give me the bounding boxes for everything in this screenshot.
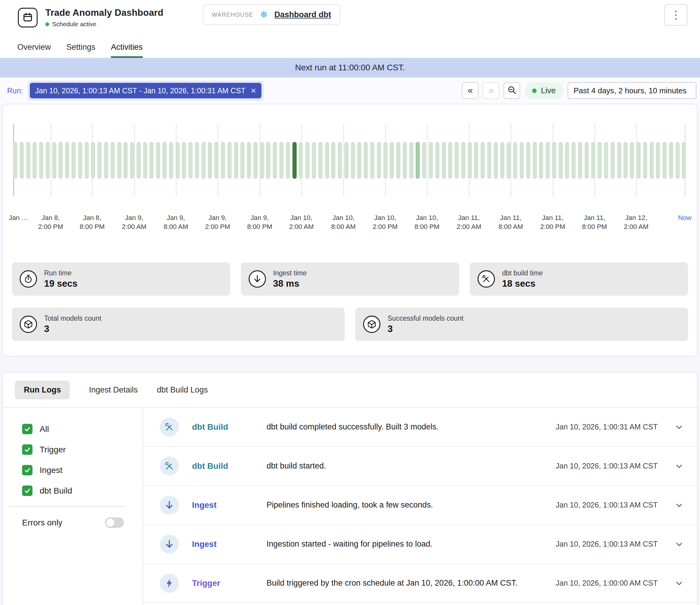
timeline-run-bar[interactable] bbox=[448, 142, 452, 179]
timeline-run-bar[interactable] bbox=[630, 142, 634, 179]
timeline-run-bar[interactable] bbox=[474, 142, 478, 179]
timeline-run-bar[interactable] bbox=[325, 142, 329, 179]
timeline-run-bar[interactable] bbox=[539, 142, 543, 179]
timeline-run-bar[interactable] bbox=[169, 142, 173, 179]
warehouse-link[interactable]: Dashboard dbt bbox=[274, 10, 331, 19]
timeline-run-bar[interactable] bbox=[383, 142, 388, 179]
timeline-run-bar[interactable] bbox=[221, 142, 225, 179]
timeline-run-bar[interactable] bbox=[416, 142, 420, 179]
timeline-run-bar[interactable] bbox=[390, 142, 394, 179]
timeline-run-bar[interactable] bbox=[403, 142, 407, 179]
checkbox-checked-icon[interactable] bbox=[22, 465, 32, 475]
timeline-run-bar[interactable] bbox=[117, 142, 121, 179]
timeline-run-bar[interactable] bbox=[143, 142, 147, 179]
timeline-run-bar[interactable] bbox=[682, 142, 686, 179]
timeline-run-bar[interactable] bbox=[58, 142, 62, 179]
timeline-run-bar[interactable] bbox=[227, 142, 232, 179]
timeline-run-bar[interactable] bbox=[636, 142, 641, 179]
timeline-run-bar[interactable] bbox=[26, 142, 30, 179]
timeline-run-bar[interactable] bbox=[662, 142, 667, 179]
timeline-run-bar[interactable] bbox=[189, 142, 193, 179]
log-row[interactable]: TriggerBuild triggered by the cron sched… bbox=[143, 564, 697, 603]
timeline-run-bar[interactable] bbox=[253, 142, 257, 179]
timeline-run-bar[interactable] bbox=[559, 142, 563, 179]
timeline-run-bar[interactable] bbox=[260, 142, 264, 179]
filter-ingest[interactable]: Ingest bbox=[22, 465, 143, 475]
close-icon[interactable]: × bbox=[251, 86, 256, 95]
log-type-link[interactable]: Ingest bbox=[192, 539, 267, 549]
timeline-run-bar[interactable] bbox=[299, 142, 303, 179]
timeline-run-bar[interactable] bbox=[32, 142, 37, 179]
timeline-run-bar[interactable] bbox=[604, 142, 608, 179]
timeline-run-bar[interactable] bbox=[351, 142, 355, 179]
timeline-run-bar[interactable] bbox=[338, 142, 342, 179]
log-type-link[interactable]: Ingest bbox=[192, 500, 267, 510]
timeline-run-bar[interactable] bbox=[578, 142, 582, 179]
timeline-run-bar[interactable] bbox=[247, 142, 251, 179]
timeline-run-bar[interactable] bbox=[240, 142, 245, 179]
log-row[interactable]: dbt Builddbt build completed successfull… bbox=[143, 408, 697, 447]
timeline-run-bar[interactable] bbox=[656, 142, 660, 179]
log-row[interactable]: dbt Builddbt build started.Jan 10, 2026,… bbox=[143, 447, 697, 486]
chevron-down-icon[interactable] bbox=[674, 500, 684, 510]
timeline-run-bar[interactable] bbox=[202, 142, 206, 179]
timeline-run-bar[interactable] bbox=[676, 142, 680, 179]
warehouse-pill[interactable]: WAREHOUSE ❄ Dashboard dbt bbox=[203, 4, 340, 25]
timeline-run-bar[interactable] bbox=[136, 142, 141, 179]
timeline-run-bar[interactable] bbox=[396, 142, 400, 179]
timeline-run-bar[interactable] bbox=[409, 142, 414, 179]
timeline-run-bar[interactable] bbox=[279, 142, 283, 179]
timeline-run-bar[interactable] bbox=[461, 142, 466, 179]
tab-dbt-build-logs[interactable]: dbt Build Logs bbox=[157, 385, 208, 395]
timeline-run-bar[interactable] bbox=[591, 142, 595, 179]
timeline-run-bar[interactable] bbox=[422, 142, 426, 179]
time-range-input[interactable]: Past 4 days, 2 hours, 10 minutes bbox=[568, 82, 696, 99]
timeline-run-bar[interactable] bbox=[176, 142, 180, 179]
timeline-run-bar[interactable] bbox=[65, 142, 69, 179]
log-row[interactable]: IngestPipelines finished loading, took a… bbox=[143, 486, 697, 525]
timeline-run-bar[interactable] bbox=[195, 142, 199, 179]
timeline-run-bar[interactable] bbox=[214, 142, 219, 179]
timeline-run-bar[interactable] bbox=[98, 142, 102, 179]
previous-run-button[interactable]: « bbox=[462, 82, 478, 99]
timeline-run-bar[interactable] bbox=[669, 142, 673, 179]
timeline-run-bar[interactable] bbox=[273, 142, 277, 179]
tab-overview[interactable]: Overview bbox=[17, 43, 51, 58]
timeline-run-bar[interactable] bbox=[481, 142, 485, 179]
filter-trigger[interactable]: Trigger bbox=[22, 444, 143, 455]
timeline-run-bar[interactable] bbox=[455, 142, 459, 179]
log-row[interactable]: IngestIngestion started - waiting for pi… bbox=[143, 525, 697, 564]
timeline-run-bar[interactable] bbox=[130, 142, 134, 179]
tab-ingest-details[interactable]: Ingest Details bbox=[89, 385, 138, 395]
timeline-run-bar[interactable] bbox=[331, 142, 335, 179]
timeline-run-bar[interactable] bbox=[435, 142, 440, 179]
chevron-down-icon[interactable] bbox=[674, 461, 684, 471]
timeline-run-bar[interactable] bbox=[370, 142, 374, 179]
timeline-run-bar[interactable] bbox=[293, 142, 297, 179]
timeline-run-bar[interactable] bbox=[552, 142, 556, 179]
timeline-run-bar[interactable] bbox=[78, 142, 82, 179]
timeline-run-bar[interactable] bbox=[572, 142, 576, 179]
timeline-run-bar[interactable] bbox=[494, 142, 498, 179]
timeline-run-bar[interactable] bbox=[46, 142, 50, 179]
filter-dbt-build[interactable]: dbt Build bbox=[22, 485, 143, 496]
timeline-run-bar[interactable] bbox=[312, 142, 316, 179]
timeline-run-bar[interactable] bbox=[156, 142, 160, 179]
timeline-run-bar[interactable] bbox=[13, 142, 17, 179]
timeline-run-bar[interactable] bbox=[162, 142, 167, 179]
timeline-run-bar[interactable] bbox=[650, 142, 654, 179]
timeline-run-bar[interactable] bbox=[565, 142, 569, 179]
timeline-run-bar[interactable] bbox=[286, 142, 290, 179]
timeline-run-bar[interactable] bbox=[91, 142, 95, 179]
timeline-run-bar[interactable] bbox=[357, 142, 361, 179]
timeline-run-bar[interactable] bbox=[610, 142, 615, 179]
timeline-run-bar[interactable] bbox=[526, 142, 530, 179]
filter-all[interactable]: All bbox=[22, 424, 143, 434]
timeline-run-bar[interactable] bbox=[506, 142, 511, 179]
checkbox-checked-icon[interactable] bbox=[22, 424, 32, 434]
timeline-run-bar[interactable] bbox=[597, 142, 602, 179]
chevron-down-icon[interactable] bbox=[674, 539, 684, 549]
timeline-run-bar[interactable] bbox=[149, 142, 153, 179]
timeline-run-bar[interactable] bbox=[364, 142, 368, 179]
run-chip[interactable]: Jan 10, 2026, 1:00:13 AM CST - Jan 10, 2… bbox=[30, 83, 261, 98]
